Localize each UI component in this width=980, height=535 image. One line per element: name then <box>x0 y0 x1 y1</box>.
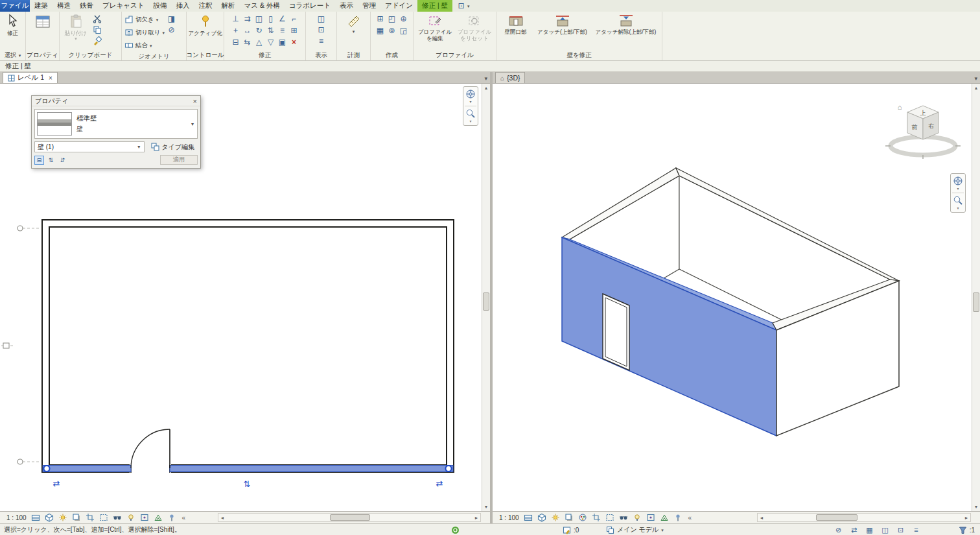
flip-wall-control[interactable]: ⇅ <box>244 479 251 489</box>
type-selector[interactable]: 標準壁 壁 ▾ <box>34 109 198 139</box>
reveal-hidden-elements-icon[interactable] <box>126 513 135 522</box>
tab-collaborate[interactable]: コラボレート <box>285 0 335 12</box>
crop-view-icon[interactable] <box>86 513 95 522</box>
close-icon[interactable]: × <box>49 75 52 82</box>
temporary-view-properties-icon[interactable] <box>646 513 655 522</box>
selection-filter-button[interactable]: :1 <box>959 524 975 535</box>
exclude-options-icon[interactable]: ⊘ <box>834 525 843 535</box>
ribbon-display-options[interactable]: ⊡ ▾ <box>452 0 474 12</box>
scroll-left-arrow[interactable]: ◄ <box>758 516 765 520</box>
sort-ascending-button[interactable]: ⇅ <box>46 156 56 165</box>
hide-element-icon[interactable]: ◫ <box>316 14 326 23</box>
view-tab-overflow[interactable]: ▾ <box>974 75 977 82</box>
properties-button[interactable] <box>33 13 52 49</box>
zoom-button[interactable]: ▾ <box>465 108 476 123</box>
temporary-view-properties-icon[interactable] <box>140 513 149 522</box>
tab-massing-site[interactable]: マス & 外構 <box>239 0 284 12</box>
cut-icon[interactable] <box>92 14 102 23</box>
wall-end-reference[interactable] <box>18 226 23 231</box>
paint-icon[interactable]: ▣ <box>277 38 287 47</box>
rotate-icon[interactable]: ↻ <box>254 26 264 36</box>
create-assembly-icon[interactable]: ⊕ <box>399 14 408 24</box>
scrollbar-thumb[interactable] <box>973 292 979 312</box>
render-icon[interactable] <box>578 513 587 522</box>
create-group-icon[interactable]: ◰ <box>387 14 397 24</box>
tab-precast[interactable]: プレキャスト <box>98 0 148 12</box>
show-crop-region-icon[interactable] <box>605 513 614 522</box>
cut-geometry-button[interactable]: 切り取り ▾ <box>124 27 165 38</box>
editable-worksets-indicator[interactable]: :0 <box>563 524 579 535</box>
scroll-left-arrow[interactable]: ◄ <box>218 516 226 520</box>
view-tab-level1[interactable]: レベル 1 × <box>3 72 58 83</box>
tab-view[interactable]: 表示 <box>335 0 358 12</box>
vertical-scrollbar[interactable]: ▲ ▼ <box>972 84 980 511</box>
create-parts-icon[interactable]: ▦ <box>375 26 385 36</box>
create-similar-icon[interactable]: ⊞ <box>375 14 385 24</box>
viewcube-home-icon[interactable]: ⌂ <box>898 103 902 111</box>
elevation-marker[interactable] <box>1 343 13 348</box>
linework-icon[interactable]: ≡ <box>316 36 326 45</box>
tab-modify-wall[interactable]: 修正 | 壁 <box>417 0 452 12</box>
copy-icon[interactable] <box>92 25 102 34</box>
select-links-icon[interactable]: ▦ <box>865 525 874 535</box>
scroll-down-arrow[interactable]: ▼ <box>482 503 490 511</box>
apply-button[interactable]: 適用 <box>160 155 198 165</box>
door-3d[interactable] <box>603 294 629 370</box>
tab-addins[interactable]: アドイン <box>380 0 417 12</box>
unpin-icon[interactable]: ⊟ <box>231 38 240 47</box>
press-drag-icon[interactable]: ⇄ <box>849 525 859 535</box>
hide-analytical-model-icon[interactable] <box>660 513 669 522</box>
scale-button[interactable]: 1 : 100 <box>499 514 519 521</box>
wall-outline-outer[interactable] <box>42 220 454 472</box>
wall-outline-inner[interactable] <box>49 227 447 465</box>
3d-canvas[interactable]: ⌂ 上 前 右 ▾ ▾ <box>493 84 980 511</box>
angle-icon[interactable]: ∠ <box>277 14 287 24</box>
file-menu-button[interactable]: ファイル <box>0 0 30 12</box>
worksharing-status-button[interactable] <box>451 524 460 535</box>
close-icon[interactable]: × <box>193 97 197 105</box>
load-family-icon[interactable]: ⊚ <box>387 26 397 36</box>
steering-wheel-button[interactable]: ▾ <box>465 89 476 104</box>
tab-architecture[interactable]: 建築 <box>30 0 52 12</box>
horizontal-scrollbar[interactable]: ◄ ► <box>218 513 481 522</box>
scroll-right-arrow[interactable]: ► <box>472 516 480 520</box>
selected-wall[interactable] <box>43 466 453 472</box>
edit-profile-button[interactable]: プロファイルを編集 <box>416 13 454 49</box>
scroll-up-arrow[interactable]: ▲ <box>972 84 980 92</box>
join-button[interactable]: 結合 ▾ <box>124 40 165 51</box>
horizontal-scrollbar[interactable]: ◄ ► <box>757 513 971 522</box>
visual-style-icon[interactable] <box>537 513 546 522</box>
element-filter-dropdown[interactable]: 壁 (1) ▾ <box>34 141 145 152</box>
mirror-draw-icon[interactable]: ▯ <box>266 14 275 24</box>
flip-icon[interactable]: ⇅ <box>266 26 275 36</box>
controlbar-collapse[interactable]: « <box>182 514 186 521</box>
vertical-scrollbar[interactable]: ▲ ▼ <box>482 84 490 511</box>
scale-icon[interactable]: ⊞ <box>289 26 299 36</box>
zoom-button[interactable]: ▾ <box>953 195 963 210</box>
scroll-down-arrow[interactable]: ▼ <box>972 503 980 511</box>
tab-annotate[interactable]: 注釈 <box>194 0 216 12</box>
temporary-hide-isolate-icon[interactable] <box>113 513 122 522</box>
trim-icon[interactable]: ⌐ <box>289 14 299 24</box>
scrollbar-thumb[interactable] <box>330 514 370 521</box>
select-underlay-icon[interactable]: ◫ <box>880 525 890 535</box>
move-icon[interactable]: + <box>231 26 240 36</box>
detail-level-icon[interactable] <box>31 513 40 522</box>
shadows-icon[interactable] <box>72 513 81 522</box>
steering-wheel-button[interactable]: ▾ <box>953 176 963 191</box>
wall-endpoint-handle[interactable] <box>44 466 50 471</box>
reveal-constraints-icon[interactable] <box>167 513 176 522</box>
tab-steel[interactable]: 鉄骨 <box>75 0 98 12</box>
demolish-icon[interactable]: ⊘ <box>167 25 176 34</box>
modify-button[interactable]: 修正 <box>5 13 21 49</box>
crop-view-icon[interactable] <box>592 513 601 522</box>
edit-type-button[interactable]: タイプ編集 <box>148 141 198 152</box>
select-pinned-icon[interactable]: ⊡ <box>896 525 905 535</box>
visual-style-icon[interactable] <box>45 513 54 522</box>
view-tab-overflow[interactable]: ▾ <box>484 75 487 82</box>
detach-top-base-button[interactable]: アタッチ解除(上部/下部) <box>592 13 660 49</box>
wall-end-reference[interactable] <box>18 459 23 464</box>
temporary-hide-isolate-icon[interactable] <box>619 513 628 522</box>
tab-manage[interactable]: 管理 <box>358 0 380 12</box>
sort-descending-button[interactable]: ⇵ <box>58 156 67 165</box>
